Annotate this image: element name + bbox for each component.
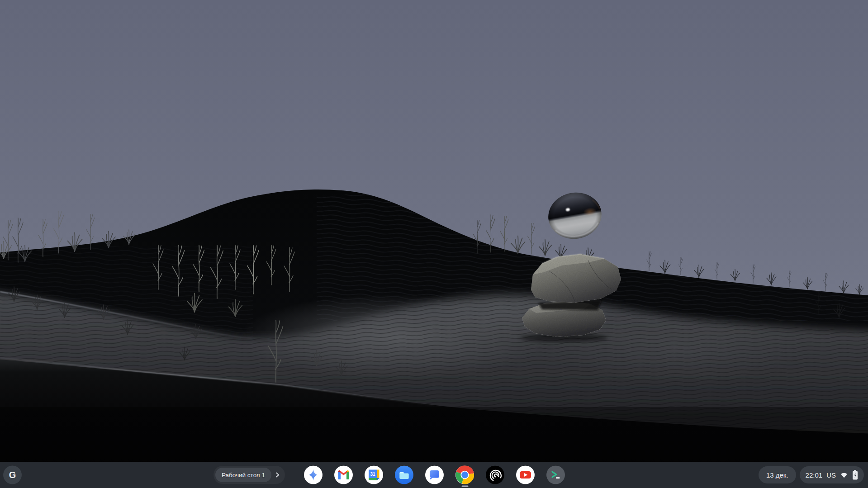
- terminal-app-button[interactable]: [546, 466, 565, 484]
- chromeos-desktop: G Рабочий стол 1: [0, 0, 868, 488]
- youtube-icon: [516, 466, 535, 484]
- battery-charging-icon: [852, 470, 858, 480]
- chrome-icon: [455, 466, 474, 484]
- google-calendar-icon: 31: [365, 466, 383, 484]
- screencast-arcs-icon: [486, 466, 504, 484]
- chrome-running-indicator: [461, 486, 468, 487]
- messages-app-button[interactable]: [425, 466, 444, 484]
- assistant-sparkle-icon: [304, 466, 323, 484]
- desktop-wallpaper-dune-scene: [0, 0, 868, 462]
- files-app-button[interactable]: [395, 466, 413, 484]
- files-folder-icon: [395, 466, 413, 484]
- shelf-app-row: 31: [304, 466, 565, 484]
- gmail-icon: [334, 466, 353, 484]
- date-button[interactable]: 13 дек.: [759, 466, 796, 483]
- chrome-app-button[interactable]: [455, 466, 474, 484]
- quick-settings-button[interactable]: 22:01 US: [800, 466, 864, 483]
- virtual-desk-switcher[interactable]: Рабочий стол 1: [213, 466, 285, 484]
- date-label: 13 дек.: [766, 471, 788, 479]
- launcher-g-icon: G: [9, 470, 16, 480]
- youtube-app-button[interactable]: [516, 466, 535, 484]
- messages-bubble-icon: [425, 466, 444, 484]
- wifi-icon: [840, 471, 848, 479]
- time-label: 22:01: [806, 471, 823, 479]
- assistant-app-button[interactable]: [304, 466, 323, 484]
- calendar-app-button[interactable]: 31: [365, 466, 383, 484]
- svg-text:31: 31: [370, 472, 375, 477]
- status-tray: 13 дек. 22:01 US: [759, 466, 864, 483]
- desk-name-button[interactable]: Рабочий стол 1: [215, 468, 271, 482]
- shelf: G Рабочий стол 1: [0, 462, 868, 488]
- chevron-right-icon[interactable]: [271, 472, 283, 478]
- desk-name-label: Рабочий стол 1: [222, 472, 265, 479]
- terminal-prompt-icon: [546, 466, 565, 484]
- screencast-app-button[interactable]: [486, 466, 504, 484]
- keyboard-layout-label: US: [826, 471, 836, 479]
- gmail-app-button[interactable]: [334, 466, 353, 484]
- launcher-button[interactable]: G: [3, 466, 22, 484]
